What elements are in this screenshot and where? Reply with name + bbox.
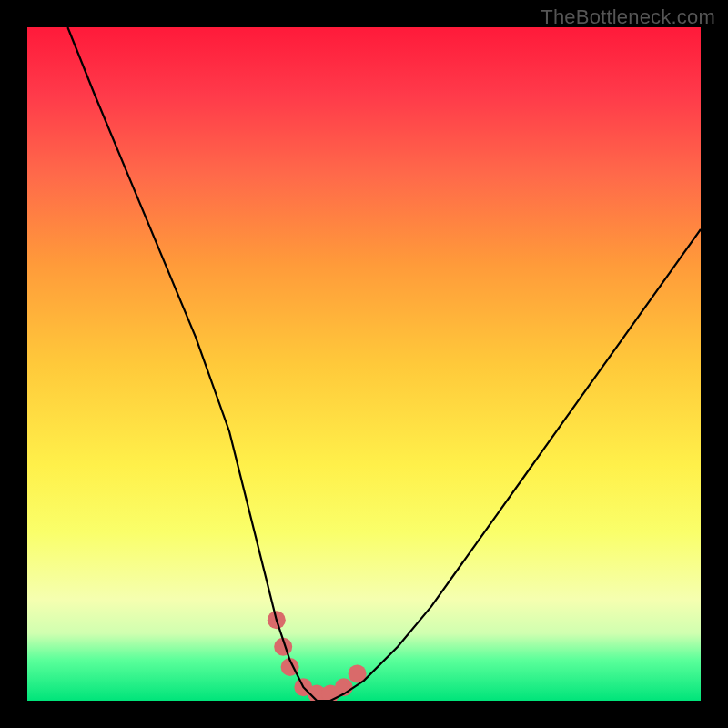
watermark-text: TheBottleneck.com xyxy=(541,5,715,29)
plot-area xyxy=(27,27,701,701)
chart-frame: TheBottleneck.com xyxy=(0,0,728,728)
trough-markers xyxy=(268,611,367,701)
bottleneck-curve xyxy=(67,27,701,701)
chart-svg xyxy=(27,27,701,701)
